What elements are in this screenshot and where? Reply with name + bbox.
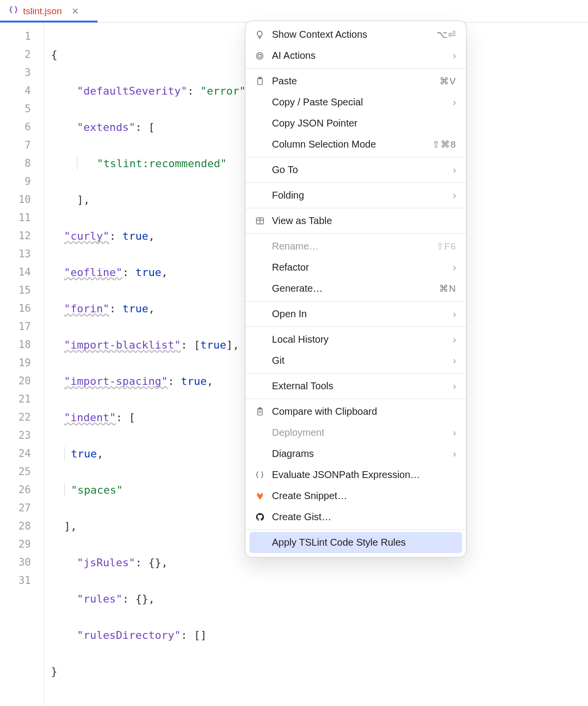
- menu-separator: [245, 373, 466, 374]
- menu-compare-with-clipboard[interactable]: Compare with Clipboard: [245, 401, 466, 422]
- json-braces-icon: [9, 5, 18, 17]
- menu-label: Create Gist…: [272, 511, 456, 523]
- editor-tabbar: tslint.json ✕: [0, 0, 588, 23]
- chevron-right-icon: ›: [453, 308, 456, 320]
- line-number: 9: [0, 173, 31, 191]
- close-tab-icon[interactable]: ✕: [72, 6, 79, 17]
- menu-local-history[interactable]: Local History ›: [245, 329, 466, 350]
- menu-open-in[interactable]: Open In ›: [245, 303, 466, 325]
- menu-label: Show Context Actions: [272, 29, 431, 40]
- chevron-right-icon: ›: [453, 164, 456, 176]
- file-tab-tslint-json[interactable]: tslint.json ✕: [0, 0, 88, 22]
- line-number: 30: [0, 554, 31, 572]
- menu-label: Open In: [272, 308, 447, 320]
- menu-label: Refactor: [272, 262, 447, 273]
- menu-label: Copy / Paste Special: [272, 97, 447, 108]
- menu-label: Create Snippet…: [272, 490, 456, 502]
- table-icon: [253, 216, 266, 226]
- menu-separator: [245, 301, 466, 302]
- menu-label: Folding: [272, 190, 447, 201]
- menu-label: Diagrams: [272, 448, 447, 459]
- menu-label: Apply TSLint Code Style Rules: [272, 537, 456, 548]
- chevron-right-icon: ›: [453, 50, 456, 61]
- line-number: 15: [0, 281, 31, 300]
- menu-separator: [245, 399, 466, 399]
- line-number: 23: [0, 427, 31, 445]
- menu-shortcut: ⇧⌘8: [432, 139, 456, 150]
- menu-git[interactable]: Git ›: [245, 350, 466, 371]
- line-number: 31: [0, 572, 31, 590]
- line-number: 11: [0, 209, 31, 227]
- clipboard-icon: [253, 76, 266, 86]
- menu-refactor[interactable]: Refactor ›: [245, 257, 466, 278]
- line-number: 14: [0, 263, 31, 281]
- code-key: "forin": [64, 303, 110, 315]
- code-bool: true: [122, 303, 148, 315]
- chevron-right-icon: ›: [453, 355, 456, 366]
- code-bool: true: [71, 448, 97, 460]
- menu-create-snippet[interactable]: Create Snippet…: [245, 485, 466, 506]
- menu-create-gist[interactable]: Create Gist…: [245, 506, 466, 528]
- menu-view-as-table[interactable]: View as Table: [245, 210, 466, 231]
- code-bool: true: [200, 339, 226, 351]
- chevron-right-icon: ›: [453, 190, 456, 201]
- code-key: "indent": [64, 411, 116, 424]
- menu-external-tools[interactable]: External Tools ›: [245, 376, 466, 397]
- code-key: "eofline": [64, 266, 122, 278]
- file-tab-label: tslint.json: [23, 6, 62, 17]
- menu-copy-json-pointer[interactable]: Copy JSON Pointer: [245, 113, 466, 134]
- line-number-gutter: 1 2 3 4 5 6 7 8 9 10 11 12 13 14 15 16 1…: [0, 23, 44, 706]
- line-number: 27: [0, 499, 31, 517]
- line-number: 12: [0, 227, 31, 245]
- menu-shortcut: ⌘V: [440, 76, 456, 87]
- chevron-right-icon: ›: [453, 380, 456, 392]
- line-number: 29: [0, 535, 31, 554]
- menu-rename: Rename… ⇧F6: [245, 236, 466, 257]
- line-number: 1: [0, 27, 31, 46]
- editor-context-menu: Show Context Actions ⌥⏎ AI Actions › Pas…: [245, 21, 466, 557]
- line-number: 17: [0, 318, 31, 336]
- gitlab-icon: [253, 491, 266, 501]
- line-number: 26: [0, 481, 31, 499]
- menu-label: Go To: [272, 164, 447, 176]
- menu-paste[interactable]: Paste ⌘V: [245, 71, 466, 92]
- menu-separator: [245, 530, 466, 530]
- code-bool: true: [122, 230, 148, 242]
- code-bool: true: [135, 266, 161, 278]
- menu-ai-actions[interactable]: AI Actions ›: [245, 45, 466, 66]
- code-key: "jsRules": [77, 556, 135, 569]
- menu-column-selection-mode[interactable]: Column Selection Mode ⇧⌘8: [245, 134, 466, 155]
- menu-folding[interactable]: Folding ›: [245, 185, 466, 206]
- github-icon: [253, 512, 266, 522]
- line-number: 4: [0, 82, 31, 100]
- code-key: "rulesDirectory": [77, 629, 181, 641]
- menu-separator: [245, 233, 466, 234]
- menu-go-to[interactable]: Go To ›: [245, 159, 466, 180]
- line-number: 3: [0, 64, 31, 82]
- menu-label: Deployment: [272, 427, 447, 438]
- line-number: 7: [0, 136, 31, 154]
- menu-evaluate-jsonpath[interactable]: Evaluate JSONPath Expression…: [245, 464, 466, 485]
- menu-label: Copy JSON Pointer: [272, 118, 456, 129]
- menu-separator: [245, 327, 466, 327]
- line-number: 16: [0, 300, 31, 318]
- menu-generate[interactable]: Generate… ⌘N: [245, 278, 466, 299]
- menu-copy-paste-special[interactable]: Copy / Paste Special ›: [245, 92, 466, 113]
- menu-label: AI Actions: [272, 50, 447, 61]
- line-number: 28: [0, 517, 31, 535]
- menu-label: Git: [272, 355, 447, 366]
- lightbulb-icon: [253, 30, 266, 40]
- menu-apply-tslint-code-style-rules[interactable]: Apply TSLint Code Style Rules: [249, 532, 462, 553]
- chevron-right-icon: ›: [453, 262, 456, 273]
- code-bool: true: [181, 375, 207, 387]
- code-key: "extends": [77, 121, 135, 133]
- code-string: "spaces": [71, 484, 123, 496]
- menu-label: Local History: [272, 334, 447, 345]
- menu-label: Paste: [272, 76, 434, 87]
- chevron-right-icon: ›: [453, 334, 456, 345]
- line-number: 25: [0, 463, 31, 481]
- menu-diagrams[interactable]: Diagrams ›: [245, 443, 466, 464]
- menu-label: View as Table: [272, 215, 456, 227]
- menu-show-context-actions[interactable]: Show Context Actions ⌥⏎: [245, 24, 466, 45]
- active-tab-indicator: [0, 21, 98, 23]
